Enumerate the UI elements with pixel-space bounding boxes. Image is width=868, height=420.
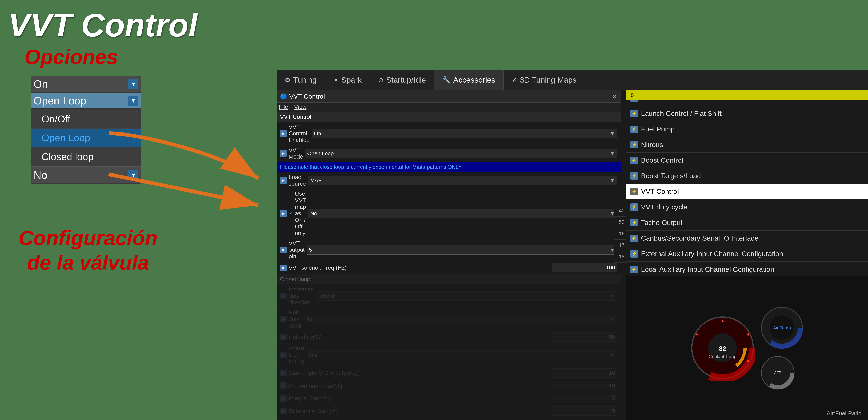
side-num-40: 40	[614, 205, 626, 217]
option-openloop[interactable]: Open Loop	[31, 129, 141, 147]
afr-text: Air:Fuel Ratio	[827, 410, 862, 417]
dropdown-openloop-value: Open Loop	[34, 94, 128, 107]
option-onoff[interactable]: On/Off	[31, 110, 141, 129]
tab-accessories[interactable]: 🔧 Accessories	[434, 70, 503, 90]
dialog-titlebar: 🔵 VVT Control ✕	[277, 90, 621, 103]
boost-targets-label: Boost Targets/Load	[641, 172, 701, 180]
side-num-50: 50	[614, 217, 626, 228]
software-area: ⚙ Tuning ✦ Spark ⊙ Startup/Idle 🔧 Access…	[277, 70, 868, 420]
select-vvt-enabled-value: On	[314, 131, 321, 137]
select-output-pin-value: 5	[309, 247, 312, 253]
closed-loop-header: Closed loop	[277, 274, 621, 284]
select-use-vvt[interactable]: No ▼	[308, 209, 617, 218]
row-loadsource-icon: ▶	[280, 177, 287, 184]
tab-3d-label: 3D Tuning Maps	[520, 76, 577, 84]
tab-spark-label: Spark	[341, 76, 362, 84]
input-vvt-freq[interactable]: 100	[552, 263, 617, 272]
label-int-gain: Integral Gain(%)	[289, 395, 550, 402]
menu-item-vvt-control[interactable]: ⚡ VVT Control	[626, 184, 868, 199]
select-vvt-enabled-arrow: ▼	[610, 131, 615, 137]
menu-item-fuel-pump[interactable]: ⚡ Fuel Pump	[626, 121, 868, 137]
row-adjustfuel-icon: ▶	[280, 352, 287, 358]
dropdown-no[interactable]: No ▼	[31, 167, 141, 183]
select-hold-duty-arrow: ▼	[610, 316, 615, 323]
label-vvt-mode: VVT Mode	[289, 147, 303, 160]
tab-startup-idle[interactable]: ⊙ Startup/Idle	[370, 70, 434, 90]
svg-point-7	[747, 333, 749, 336]
row-diffgain-icon: ▶	[280, 408, 287, 415]
side-num-16: 16	[614, 228, 626, 240]
side-numbers: 40 50 16 17 18	[614, 205, 626, 262]
afr-label-gauge: AFR	[774, 371, 781, 375]
tab-bar: ⚙ Tuning ✦ Spark ⊙ Startup/Idle 🔧 Access…	[277, 70, 868, 90]
launch-control-label: Launch Control / Flat Shift	[641, 110, 721, 117]
select-load-source-arrow: ▼	[610, 177, 615, 184]
air-temp-label: Air Temp	[773, 325, 791, 330]
canbus-icon: ⚡	[630, 234, 638, 242]
tab-3d-tuning[interactable]: ✗ 3D Tuning Maps	[503, 70, 585, 90]
menu-item-nitrous[interactable]: ⚡ Nitrous	[626, 137, 868, 152]
tab-spark[interactable]: ✦ Spark	[325, 70, 370, 90]
row-hold-duty-pct: ▶ Hold duty(%) 50	[277, 331, 621, 343]
row-adjust-fuel: ▶ Adjust fuel timing Yes ▼	[277, 343, 621, 367]
row-vvt-freq: ▶ VVT solenoid freq.(Hz) 100	[277, 261, 621, 274]
menu-item-boost-targets[interactable]: ⚡ Boost Targets/Load	[626, 168, 868, 184]
menu-item-boost-control[interactable]: ⚡ Boost Control	[626, 152, 868, 168]
row-hold-duty-used: ▶ Hold duty used No ▼	[277, 308, 621, 331]
menu-item-local-aux[interactable]: ⚡ Local Auxillary Input Channel Configur…	[626, 262, 868, 277]
dropdown-on-arrow[interactable]: ▼	[128, 79, 138, 89]
row-increased-duty: ▶ Increased duty direction Retard ▼	[277, 284, 621, 308]
fuel-pump-icon: ⚡	[630, 125, 638, 133]
vvt-control-icon: ⚡	[630, 188, 638, 195]
select-vvt-mode[interactable]: Open Loop ▼	[305, 149, 617, 158]
select-load-source-value: MAP	[310, 177, 322, 184]
select-vvt-mode-arrow: ▼	[610, 150, 615, 157]
dropdown-openloop-arrow[interactable]: ▼	[128, 95, 138, 106]
coolant-label: Coolant Temp	[709, 354, 736, 359]
startup-icon: ⊙	[378, 76, 384, 84]
option-closedloop[interactable]: Closed loop	[31, 147, 141, 166]
menu-item-tacho[interactable]: ⚡ Tacho Output	[626, 215, 868, 230]
ext-aux-icon: ⚡	[630, 250, 638, 258]
info-row: Please note that close loop is currently…	[277, 162, 621, 172]
dialog-close-button[interactable]: ✕	[612, 92, 617, 100]
select-vvt-enabled[interactable]: On ▼	[312, 129, 617, 138]
input-cam-angle: 10	[552, 368, 617, 377]
svg-point-6	[721, 320, 723, 322]
svg-point-9	[696, 333, 698, 336]
select-vvt-mode-value: Open Loop	[307, 150, 334, 157]
menu-item-vvt-duty[interactable]: ⚡ VVT duty cycle	[626, 199, 868, 215]
select-output-pin[interactable]: 5 ▼	[307, 245, 617, 254]
dropdown-list: On/Off Open Loop Closed loop	[31, 110, 141, 167]
tacho-label: Tacho Output	[641, 219, 682, 227]
input-prop-gain: 10	[552, 381, 617, 390]
label-hold-duty-pct: Hold duty(%)	[289, 334, 550, 340]
menu-file[interactable]: File	[279, 104, 288, 110]
row-vvt-enabled: ▶ VVT Control Enabled On ▼	[277, 122, 621, 145]
menu-item-launch-control[interactable]: ⚡ Launch Control / Flat Shift	[626, 106, 868, 121]
select-increased-value: Retard	[318, 293, 334, 299]
side-num-17: 17	[614, 240, 626, 251]
dialog-menubar: File View	[277, 103, 621, 112]
select-load-source[interactable]: MAP ▼	[308, 176, 617, 185]
menu-view[interactable]: View	[294, 104, 307, 110]
dropdown-no-arrow[interactable]: ▼	[128, 170, 138, 180]
dropdown-openloop[interactable]: Open Loop ▼	[31, 93, 141, 109]
dropdown-on[interactable]: On ▼	[31, 76, 141, 92]
config-label: Configuración de la válvula	[17, 226, 160, 275]
row-diff-gain: ▶ Differential Gain(%) 5	[277, 405, 621, 418]
menu-item-canbus[interactable]: ⚡ Canbus/Secondary Serial IO Interface	[626, 230, 868, 246]
nitrous-icon: ⚡	[630, 141, 638, 148]
select-adjust-fuel: Yes ▼	[307, 351, 617, 360]
label-hold-duty-used: Hold duty used	[289, 309, 301, 329]
select-increased-duty: Retard ▼	[316, 291, 617, 301]
svg-point-8	[747, 360, 749, 362]
dropdown-on-value: On	[34, 78, 128, 90]
rpm-gauge: 82 Coolant Temp	[690, 315, 755, 381]
row-int-gain: ▶ Integral Gain(%) 5	[277, 392, 621, 405]
menu-item-ext-aux[interactable]: ⚡ External Auxillary Input Channel Confi…	[626, 246, 868, 262]
tab-accessories-label: Accessories	[453, 76, 495, 84]
info-text: Please note that close loop is currently…	[280, 164, 462, 170]
vvt-dialog-icon: 🔵	[280, 93, 287, 100]
tab-tuning[interactable]: ⚙ Tuning	[277, 70, 325, 90]
